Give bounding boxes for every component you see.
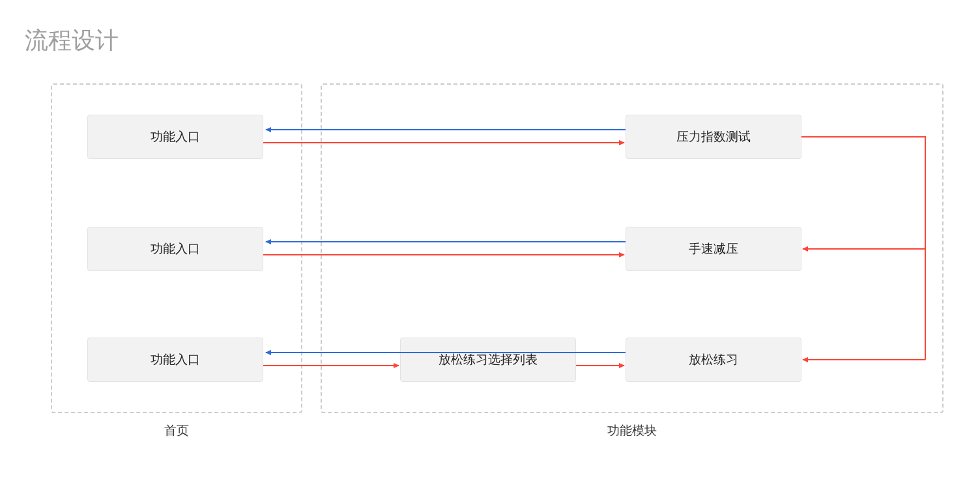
node-entry1: 功能入口: [87, 115, 263, 159]
node-stress-test: 压力指数测试: [626, 115, 801, 159]
node-relax-list: 放松练习选择列表: [400, 338, 576, 382]
node-relax: 放松练习: [626, 338, 801, 382]
diagram-canvas: 首页 功能模块 功能入口 功能入口 功能入口 压力指数测试 手速减压 放松练习选…: [0, 0, 980, 477]
node-hand-speed: 手速减压: [626, 227, 801, 271]
group-modules-label: 功能模块: [321, 422, 944, 439]
node-entry2: 功能入口: [87, 227, 263, 271]
node-entry3: 功能入口: [87, 338, 263, 382]
group-home-label: 首页: [51, 422, 302, 439]
